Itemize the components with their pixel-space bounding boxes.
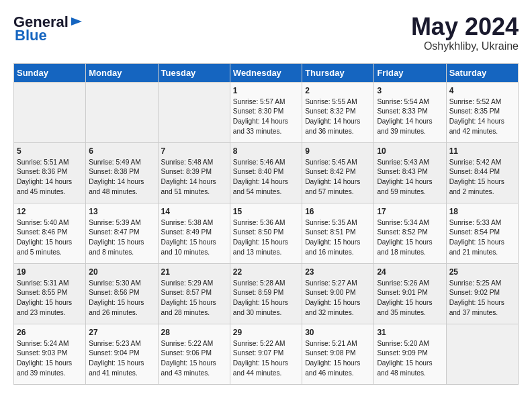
day-cell: 20Sunrise: 5:30 AM Sunset: 8:56 PM Dayli… xyxy=(86,263,158,324)
day-info: Sunrise: 5:31 AM Sunset: 8:55 PM Dayligh… xyxy=(17,279,83,318)
day-number: 7 xyxy=(161,146,227,156)
day-info: Sunrise: 5:29 AM Sunset: 8:57 PM Dayligh… xyxy=(161,279,227,318)
day-info: Sunrise: 5:43 AM Sunset: 8:43 PM Dayligh… xyxy=(377,158,443,197)
week-row-3: 12Sunrise: 5:40 AM Sunset: 8:46 PM Dayli… xyxy=(14,203,519,263)
day-number: 8 xyxy=(233,146,299,156)
day-info: Sunrise: 5:23 AM Sunset: 9:04 PM Dayligh… xyxy=(89,339,154,379)
day-info: Sunrise: 5:22 AM Sunset: 9:06 PM Dayligh… xyxy=(161,339,227,379)
day-number: 21 xyxy=(161,267,227,277)
day-number: 26 xyxy=(17,328,83,337)
page-header: General Blue May 2024 Oshykhliby, Ukrain… xyxy=(13,13,519,52)
day-cell: 18Sunrise: 5:33 AM Sunset: 8:54 PM Dayli… xyxy=(446,203,518,263)
title-block: May 2024 Oshykhliby, Ukraine xyxy=(411,13,519,52)
day-cell: 15Sunrise: 5:36 AM Sunset: 8:50 PM Dayli… xyxy=(230,203,302,263)
day-number: 10 xyxy=(377,146,443,156)
day-number: 12 xyxy=(17,207,83,216)
header-cell-thursday: Thursday xyxy=(302,63,374,82)
day-cell: 17Sunrise: 5:34 AM Sunset: 8:52 PM Dayli… xyxy=(374,203,446,263)
day-cell: 26Sunrise: 5:24 AM Sunset: 9:03 PM Dayli… xyxy=(14,324,86,384)
day-number: 25 xyxy=(449,267,515,277)
month-title: May 2024 xyxy=(411,13,519,40)
day-number: 27 xyxy=(89,328,154,337)
day-cell: 23Sunrise: 5:27 AM Sunset: 9:00 PM Dayli… xyxy=(302,263,374,324)
day-number: 30 xyxy=(305,328,371,337)
calendar-table: SundayMondayTuesdayWednesdayThursdayFrid… xyxy=(13,63,519,385)
day-info: Sunrise: 5:28 AM Sunset: 8:59 PM Dayligh… xyxy=(233,279,299,318)
day-number: 9 xyxy=(305,146,371,156)
day-cell: 24Sunrise: 5:26 AM Sunset: 9:01 PM Dayli… xyxy=(374,263,446,324)
day-number: 14 xyxy=(161,207,227,216)
day-info: Sunrise: 5:48 AM Sunset: 8:39 PM Dayligh… xyxy=(161,158,227,197)
day-cell: 28Sunrise: 5:22 AM Sunset: 9:06 PM Dayli… xyxy=(158,324,230,384)
week-row-5: 26Sunrise: 5:24 AM Sunset: 9:03 PM Dayli… xyxy=(14,324,519,384)
day-cell: 14Sunrise: 5:38 AM Sunset: 8:49 PM Dayli… xyxy=(158,203,230,263)
day-number: 31 xyxy=(377,328,443,337)
week-row-4: 19Sunrise: 5:31 AM Sunset: 8:55 PM Dayli… xyxy=(14,263,519,324)
header-cell-tuesday: Tuesday xyxy=(158,63,230,82)
day-cell: 19Sunrise: 5:31 AM Sunset: 8:55 PM Dayli… xyxy=(14,263,86,324)
day-info: Sunrise: 5:21 AM Sunset: 9:08 PM Dayligh… xyxy=(305,339,371,379)
day-cell: 31Sunrise: 5:20 AM Sunset: 9:09 PM Dayli… xyxy=(374,324,446,384)
day-cell: 16Sunrise: 5:35 AM Sunset: 8:51 PM Dayli… xyxy=(302,203,374,263)
day-info: Sunrise: 5:54 AM Sunset: 8:33 PM Dayligh… xyxy=(377,97,443,137)
day-number: 19 xyxy=(17,267,83,277)
day-cell xyxy=(14,82,86,142)
day-number: 13 xyxy=(89,207,154,216)
day-number: 20 xyxy=(89,267,154,277)
day-number: 4 xyxy=(449,86,515,95)
day-cell: 25Sunrise: 5:25 AM Sunset: 9:02 PM Dayli… xyxy=(446,263,518,324)
day-cell: 4Sunrise: 5:52 AM Sunset: 8:35 PM Daylig… xyxy=(446,82,518,142)
header-cell-sunday: Sunday xyxy=(14,63,86,82)
header-row: SundayMondayTuesdayWednesdayThursdayFrid… xyxy=(14,63,519,82)
day-cell: 7Sunrise: 5:48 AM Sunset: 8:39 PM Daylig… xyxy=(158,142,230,203)
day-number: 1 xyxy=(233,86,299,95)
day-info: Sunrise: 5:42 AM Sunset: 8:44 PM Dayligh… xyxy=(449,158,515,197)
day-cell xyxy=(158,82,230,142)
day-cell: 2Sunrise: 5:55 AM Sunset: 8:32 PM Daylig… xyxy=(302,82,374,142)
day-number: 17 xyxy=(377,207,443,216)
day-info: Sunrise: 5:49 AM Sunset: 8:38 PM Dayligh… xyxy=(89,158,154,197)
week-row-1: 1Sunrise: 5:57 AM Sunset: 8:30 PM Daylig… xyxy=(14,82,519,142)
day-info: Sunrise: 5:36 AM Sunset: 8:50 PM Dayligh… xyxy=(233,218,299,258)
svg-marker-0 xyxy=(71,17,82,26)
day-number: 28 xyxy=(161,328,227,337)
day-cell: 30Sunrise: 5:21 AM Sunset: 9:08 PM Dayli… xyxy=(302,324,374,384)
header-cell-saturday: Saturday xyxy=(446,63,518,82)
day-number: 18 xyxy=(449,207,515,216)
day-cell: 1Sunrise: 5:57 AM Sunset: 8:30 PM Daylig… xyxy=(230,82,302,142)
day-info: Sunrise: 5:57 AM Sunset: 8:30 PM Dayligh… xyxy=(233,97,299,137)
day-number: 29 xyxy=(233,328,299,337)
day-info: Sunrise: 5:20 AM Sunset: 9:09 PM Dayligh… xyxy=(377,339,443,379)
day-info: Sunrise: 5:30 AM Sunset: 8:56 PM Dayligh… xyxy=(89,279,154,318)
day-cell: 9Sunrise: 5:45 AM Sunset: 8:42 PM Daylig… xyxy=(302,142,374,203)
day-number: 3 xyxy=(377,86,443,95)
day-info: Sunrise: 5:24 AM Sunset: 9:03 PM Dayligh… xyxy=(17,339,83,379)
day-info: Sunrise: 5:26 AM Sunset: 9:01 PM Dayligh… xyxy=(377,279,443,318)
day-cell: 10Sunrise: 5:43 AM Sunset: 8:43 PM Dayli… xyxy=(374,142,446,203)
location: Oshykhliby, Ukraine xyxy=(411,40,519,52)
day-number: 24 xyxy=(377,267,443,277)
day-cell: 3Sunrise: 5:54 AM Sunset: 8:33 PM Daylig… xyxy=(374,82,446,142)
day-cell: 22Sunrise: 5:28 AM Sunset: 8:59 PM Dayli… xyxy=(230,263,302,324)
day-number: 11 xyxy=(449,146,515,156)
day-cell: 6Sunrise: 5:49 AM Sunset: 8:38 PM Daylig… xyxy=(86,142,158,203)
day-info: Sunrise: 5:38 AM Sunset: 8:49 PM Dayligh… xyxy=(161,218,227,258)
day-number: 5 xyxy=(17,146,83,156)
day-cell: 13Sunrise: 5:39 AM Sunset: 8:47 PM Dayli… xyxy=(86,203,158,263)
day-cell: 5Sunrise: 5:51 AM Sunset: 8:36 PM Daylig… xyxy=(14,142,86,203)
day-info: Sunrise: 5:39 AM Sunset: 8:47 PM Dayligh… xyxy=(89,218,154,258)
day-info: Sunrise: 5:52 AM Sunset: 8:35 PM Dayligh… xyxy=(449,97,515,137)
day-cell: 12Sunrise: 5:40 AM Sunset: 8:46 PM Dayli… xyxy=(14,203,86,263)
header-cell-wednesday: Wednesday xyxy=(230,63,302,82)
logo-text-blue: Blue xyxy=(13,27,47,44)
day-info: Sunrise: 5:55 AM Sunset: 8:32 PM Dayligh… xyxy=(305,97,371,137)
day-info: Sunrise: 5:34 AM Sunset: 8:52 PM Dayligh… xyxy=(377,218,443,258)
day-info: Sunrise: 5:46 AM Sunset: 8:40 PM Dayligh… xyxy=(233,158,299,197)
day-info: Sunrise: 5:40 AM Sunset: 8:46 PM Dayligh… xyxy=(17,218,83,258)
day-cell: 21Sunrise: 5:29 AM Sunset: 8:57 PM Dayli… xyxy=(158,263,230,324)
day-cell xyxy=(86,82,158,142)
day-cell: 27Sunrise: 5:23 AM Sunset: 9:04 PM Dayli… xyxy=(86,324,158,384)
week-row-2: 5Sunrise: 5:51 AM Sunset: 8:36 PM Daylig… xyxy=(14,142,519,203)
header-cell-friday: Friday xyxy=(374,63,446,82)
day-info: Sunrise: 5:33 AM Sunset: 8:54 PM Dayligh… xyxy=(449,218,515,258)
